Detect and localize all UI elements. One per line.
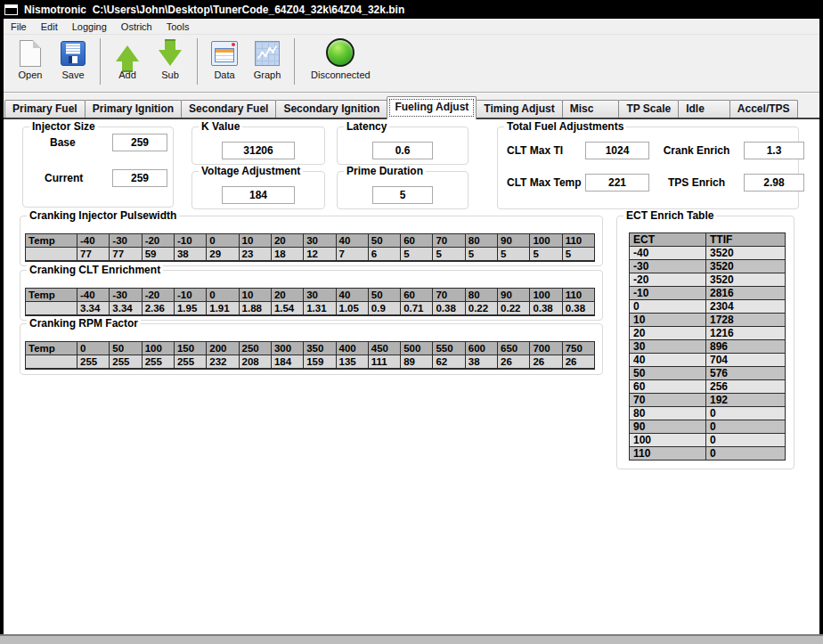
value-cell[interactable]: 7 — [336, 248, 368, 262]
tab-misc[interactable]: Misc — [562, 100, 620, 118]
ect-cell[interactable]: -20 — [630, 273, 706, 287]
data-button[interactable]: Data — [203, 35, 246, 92]
value-cell[interactable]: 38 — [465, 355, 497, 370]
value-cell[interactable]: 255 — [142, 355, 174, 370]
ect-cell[interactable]: 110 — [630, 447, 706, 461]
graph-button[interactable]: Graph — [246, 35, 289, 92]
add-button[interactable]: Add — [106, 35, 149, 92]
ttif-cell[interactable]: 3520 — [706, 273, 786, 287]
tab-secondary-fuel[interactable]: Secondary Fuel — [181, 100, 276, 118]
value-cell[interactable]: 5 — [498, 248, 530, 262]
ttif-cell[interactable]: 896 — [706, 340, 786, 354]
ttif-cell[interactable]: 1728 — [706, 314, 786, 327]
value-cell[interactable]: 77 — [110, 248, 142, 262]
value-cell[interactable]: 6 — [368, 248, 400, 262]
ect-cell[interactable]: 90 — [630, 420, 706, 434]
ttif-cell[interactable]: 2816 — [706, 287, 786, 300]
ttif-cell[interactable]: 2304 — [706, 300, 786, 314]
tab-primary-fuel[interactable]: Primary Fuel — [4, 100, 86, 118]
value-cell[interactable]: 26 — [562, 355, 594, 370]
ect-cell[interactable]: 20 — [630, 327, 706, 340]
value-cell[interactable]: 5 — [530, 248, 562, 262]
ttif-cell[interactable]: 704 — [706, 354, 786, 367]
tps-enrich-field[interactable]: 2.98 — [744, 174, 804, 192]
value-cell[interactable]: 0.38 — [530, 302, 562, 316]
value-cell[interactable]: 255 — [77, 355, 110, 370]
value-cell[interactable]: 62 — [433, 355, 465, 370]
value-cell[interactable]: 12 — [304, 248, 336, 262]
ttif-cell[interactable]: 192 — [706, 394, 786, 407]
ttif-cell[interactable]: 576 — [706, 367, 786, 380]
tab-fueling-adjust[interactable]: Fueling Adjust — [387, 96, 477, 119]
current-field[interactable]: 259 — [112, 169, 167, 187]
ttif-cell[interactable]: 0 — [706, 407, 786, 420]
value-cell[interactable]: 18 — [271, 248, 303, 262]
value-cell[interactable]: 59 — [142, 248, 174, 262]
menu-edit[interactable]: Edit — [34, 20, 65, 33]
value-cell[interactable]: 5 — [465, 248, 497, 262]
value-cell[interactable]: 5 — [562, 248, 594, 262]
tab-idle[interactable]: Idle — [678, 100, 730, 118]
value-cell[interactable]: 208 — [239, 355, 271, 370]
ect-cell[interactable]: -30 — [630, 260, 706, 273]
menu-file[interactable]: File — [4, 20, 34, 33]
value-cell[interactable]: 38 — [174, 248, 206, 262]
clt-max-ti-field[interactable]: 1024 — [585, 142, 649, 159]
value-cell[interactable]: 0.38 — [433, 302, 465, 316]
value-cell[interactable]: 1.31 — [304, 302, 336, 316]
ttif-cell[interactable]: 0 — [706, 434, 786, 447]
ect-cell[interactable]: 60 — [630, 380, 706, 394]
ect-cell[interactable]: 10 — [630, 314, 706, 327]
ttif-cell[interactable]: 3520 — [706, 247, 786, 260]
clt-max-temp-field[interactable]: 221 — [585, 174, 649, 192]
crank-enrich-field[interactable]: 1.3 — [744, 142, 804, 159]
value-cell[interactable]: 111 — [368, 355, 400, 370]
k-value-field[interactable]: 31206 — [222, 142, 295, 159]
value-cell[interactable]: 5 — [401, 248, 433, 262]
value-cell[interactable]: 26 — [530, 355, 562, 370]
value-cell[interactable]: 255 — [110, 355, 142, 370]
ect-cell[interactable]: 70 — [630, 394, 706, 407]
tab-secondary-ignition[interactable]: Secondary Ignition — [275, 100, 387, 118]
tab-timing-adjust[interactable]: Timing Adjust — [476, 100, 562, 118]
tab-primary-ignition[interactable]: Primary Ignition — [85, 100, 182, 118]
connection-status[interactable]: Disconnected — [300, 35, 381, 92]
value-cell[interactable]: 3.34 — [110, 302, 142, 316]
value-cell[interactable]: 29 — [207, 248, 239, 262]
ect-cell[interactable]: -40 — [630, 247, 706, 260]
ect-cell[interactable]: 50 — [630, 367, 706, 380]
value-cell[interactable]: 0.22 — [465, 302, 497, 316]
value-cell[interactable]: 255 — [174, 355, 206, 370]
ttif-cell[interactable]: 0 — [706, 420, 786, 434]
open-button[interactable]: Open — [9, 35, 52, 92]
value-cell[interactable]: 1.88 — [239, 302, 271, 316]
value-cell[interactable]: 159 — [304, 355, 336, 370]
value-cell[interactable]: 26 — [498, 355, 530, 370]
menu-logging[interactable]: Logging — [65, 20, 114, 33]
ttif-cell[interactable]: 3520 — [706, 260, 786, 273]
value-cell[interactable]: 77 — [77, 248, 110, 262]
value-cell[interactable]: 5 — [433, 248, 465, 262]
sub-button[interactable]: Sub — [149, 35, 191, 92]
value-cell[interactable]: 0.22 — [498, 302, 530, 316]
value-cell[interactable]: 3.34 — [77, 302, 110, 316]
latency-field[interactable]: 0.6 — [372, 142, 433, 159]
value-cell[interactable]: 1.54 — [271, 302, 303, 316]
ttif-cell[interactable]: 1216 — [706, 327, 786, 340]
ect-cell[interactable]: 40 — [630, 354, 706, 367]
ect-cell[interactable]: 100 — [630, 434, 706, 447]
voltage-adjustment-field[interactable]: 184 — [222, 186, 295, 204]
ttif-cell[interactable]: 0 — [706, 447, 786, 461]
menu-tools[interactable]: Tools — [159, 20, 197, 33]
base-field[interactable]: 259 — [112, 134, 167, 151]
tab-accel-tps[interactable]: Accel/TPS — [729, 100, 798, 118]
value-cell[interactable]: 0.9 — [368, 302, 400, 316]
ect-cell[interactable]: 80 — [630, 407, 706, 420]
value-cell[interactable]: 135 — [336, 355, 368, 370]
value-cell[interactable]: 184 — [271, 355, 303, 370]
value-cell[interactable]: 23 — [239, 248, 271, 262]
ect-cell[interactable]: -10 — [630, 287, 706, 300]
value-cell[interactable]: 2.36 — [142, 302, 174, 316]
value-cell[interactable]: 89 — [401, 355, 433, 370]
menu-ostrich[interactable]: Ostrich — [114, 20, 159, 33]
